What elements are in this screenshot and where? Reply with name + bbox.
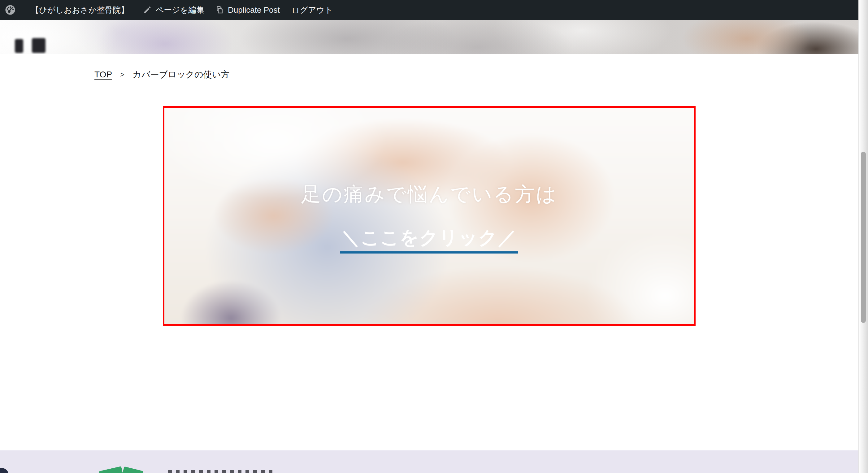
footer-logo-leaf-icon [99,466,124,473]
logout-label: ログアウト [291,5,333,15]
hero-blur-detail [32,38,45,53]
cover-heading: 足の痛みで悩んでいる方は [164,181,694,208]
admin-bar-duplicate-post[interactable]: Duplicate Post [215,5,280,15]
admin-bar-edit-page[interactable]: ページを編集 [143,5,204,15]
copy-pages-icon [215,5,224,14]
footer [0,450,868,473]
pencil-icon [143,6,152,14]
hero-blur-detail [15,39,23,53]
scrollbar-thumb[interactable] [861,152,866,323]
admin-bar-site-name[interactable]: 【ひがしおおさか整骨院】 [31,5,129,15]
breadcrumb: TOP > カバーブロックの使い方 [94,69,229,81]
duplicate-post-label: Duplicate Post [228,5,280,15]
breadcrumb-separator: > [120,70,124,79]
corner-decoration [0,468,8,473]
footer-logo-leaf-icon [122,467,144,473]
footer-partial-text [168,470,274,473]
scrollbar-track[interactable] [859,0,868,473]
cover-cta-row: ＼ここをクリック／ [164,225,694,254]
breadcrumb-home-link[interactable]: TOP [94,70,112,80]
page: { "admin_bar": { "site_name": "【ひがしおおさか整… [0,0,868,473]
site-name-label: 【ひがしおおさか整骨院】 [31,5,129,15]
cover-block: 足の痛みで悩んでいる方は ＼ここをクリック／ [163,106,695,326]
cover-cta-link[interactable]: ＼ここをクリック／ [340,225,519,254]
wp-admin-bar: 【ひがしおおさか整骨院】 ページを編集 Duplicate Post ログアウト [0,0,868,20]
edit-page-label: ページを編集 [155,5,204,15]
dashboard-gauge-icon[interactable] [5,5,16,15]
header-hero-image [0,20,868,54]
breadcrumb-current: カバーブロックの使い方 [132,69,229,81]
admin-bar-logout[interactable]: ログアウト [291,5,333,15]
massage-cover-photo [163,106,695,326]
